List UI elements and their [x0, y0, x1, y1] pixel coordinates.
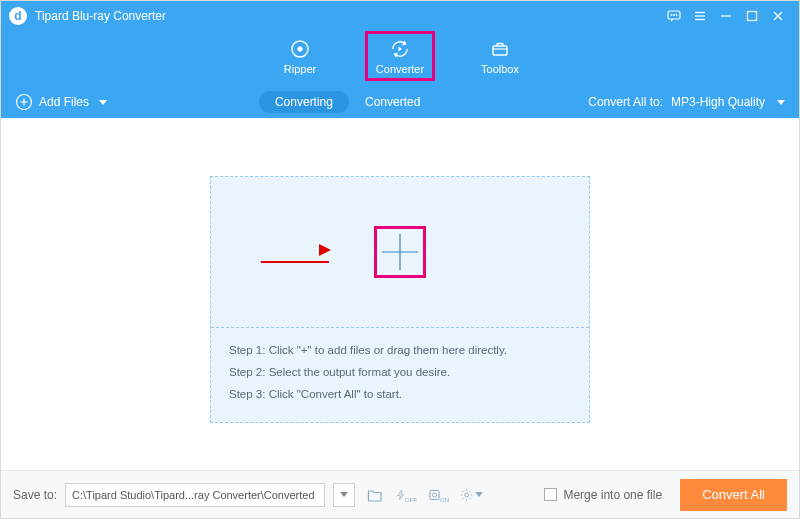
settings-button[interactable] [459, 483, 483, 507]
app-title: Tipard Blu-ray Converter [35, 9, 166, 23]
svg-point-3 [676, 14, 677, 15]
nav-label: Converter [376, 63, 424, 75]
checkbox-icon [544, 488, 557, 501]
step-text: Step 1: Click "+" to add files or drag t… [229, 340, 571, 362]
main-area: Step 1: Click "+" to add files or drag t… [1, 118, 799, 470]
nav-ripper[interactable]: Ripper [265, 31, 335, 81]
chevron-down-icon [99, 100, 107, 105]
save-path-dropdown[interactable] [333, 483, 355, 507]
tab-converting[interactable]: Converting [259, 91, 349, 113]
svg-rect-8 [748, 12, 757, 21]
footer-bar: Save to: C:\Tipard Studio\Tipard...ray C… [1, 470, 799, 518]
add-files-label: Add Files [39, 95, 89, 109]
convert-all-to-label: Convert All to: [588, 95, 663, 109]
add-files-button[interactable]: Add Files [15, 93, 107, 111]
drop-zone[interactable]: Step 1: Click "+" to add files or drag t… [210, 176, 590, 423]
high-speed-button[interactable]: OFF [395, 483, 419, 507]
nav-converter[interactable]: Converter [365, 31, 435, 81]
nav-label: Toolbox [481, 63, 519, 75]
convert-all-button[interactable]: Convert All [680, 479, 787, 511]
step-text: Step 2: Select the output format you des… [229, 362, 571, 384]
chevron-down-icon [340, 492, 348, 497]
svg-point-23 [465, 493, 469, 497]
title-bar: d Tipard Blu-ray Converter [1, 1, 799, 31]
drop-zone-top [211, 177, 589, 327]
svg-point-2 [673, 14, 674, 15]
nav-label: Ripper [284, 63, 316, 75]
save-path-value: C:\Tipard Studio\Tipard...ray Converter\… [72, 489, 315, 501]
chevron-down-icon [777, 100, 785, 105]
open-folder-button[interactable] [363, 483, 387, 507]
main-nav: Ripper Converter Toolbox [1, 31, 799, 86]
feedback-icon[interactable] [661, 3, 687, 29]
maximize-button[interactable] [739, 3, 765, 29]
svg-point-22 [432, 492, 436, 496]
nav-toolbox[interactable]: Toolbox [465, 31, 535, 81]
merge-checkbox[interactable]: Merge into one file [544, 488, 662, 502]
svg-point-12 [298, 46, 302, 50]
minimize-button[interactable] [713, 3, 739, 29]
app-logo-icon: d [9, 7, 27, 25]
menu-icon[interactable] [687, 3, 713, 29]
close-button[interactable] [765, 3, 791, 29]
drop-zone-steps: Step 1: Click "+" to add files or drag t… [211, 327, 589, 422]
svg-rect-21 [430, 490, 439, 499]
save-to-label: Save to: [13, 488, 57, 502]
save-path-field[interactable]: C:\Tipard Studio\Tipard...ray Converter\… [65, 483, 325, 507]
output-format-value: MP3-High Quality [671, 95, 765, 109]
svg-marker-13 [399, 46, 403, 51]
merge-label: Merge into one file [563, 488, 662, 502]
chevron-down-icon [475, 492, 483, 497]
svg-rect-14 [493, 46, 507, 55]
annotation-arrow [261, 249, 329, 267]
tab-converted[interactable]: Converted [349, 91, 436, 113]
output-format-select[interactable]: MP3-High Quality [671, 95, 785, 109]
add-files-plus-button[interactable] [374, 226, 426, 278]
step-text: Step 3: Click "Convert All" to start. [229, 384, 571, 406]
gpu-accel-button[interactable]: ON [427, 483, 451, 507]
svg-point-1 [671, 14, 672, 15]
sub-bar: Add Files Converting Converted Convert A… [1, 86, 799, 118]
app-window: d Tipard Blu-ray Converter Ripper Conver… [0, 0, 800, 519]
